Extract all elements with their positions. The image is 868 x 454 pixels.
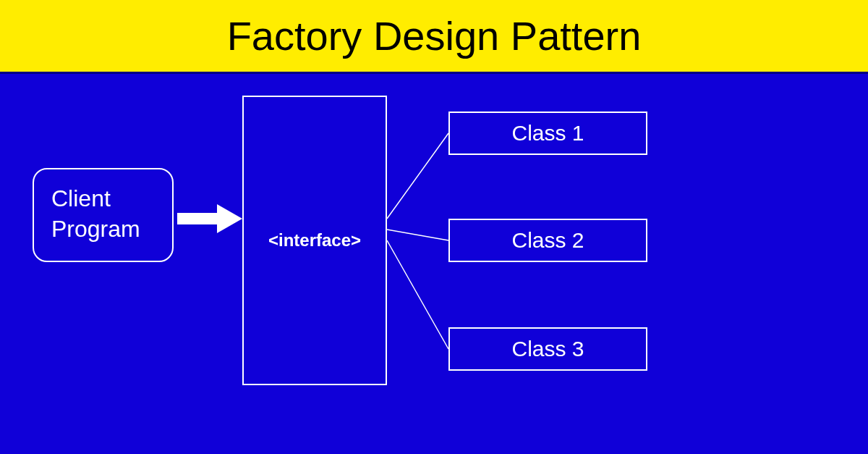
class-3-label: Class 3 — [511, 337, 584, 361]
class-box-1: Class 1 — [448, 112, 647, 155]
class-1-label: Class 1 — [511, 121, 584, 146]
header-banner: Factory Design Pattern — [0, 0, 868, 74]
class-box-2: Class 2 — [448, 219, 647, 262]
client-label-line1: Client — [51, 184, 155, 214]
svg-marker-4 — [217, 204, 242, 233]
connector-lines — [0, 74, 868, 454]
class-2-label: Class 2 — [511, 228, 584, 253]
svg-line-2 — [387, 240, 448, 349]
client-label-line2: Program — [51, 214, 155, 245]
svg-rect-3 — [177, 213, 217, 224]
interface-box: <interface> — [242, 96, 387, 385]
diagram-canvas: Client Program <interface> Class 1 Class… — [0, 74, 868, 454]
svg-line-1 — [387, 230, 448, 240]
arrow-icon — [177, 204, 246, 233]
client-program-box: Client Program — [33, 168, 174, 262]
svg-line-0 — [387, 133, 448, 219]
class-box-3: Class 3 — [448, 327, 647, 371]
page-title: Factory Design Pattern — [227, 12, 642, 59]
interface-label: <interface> — [268, 230, 361, 251]
